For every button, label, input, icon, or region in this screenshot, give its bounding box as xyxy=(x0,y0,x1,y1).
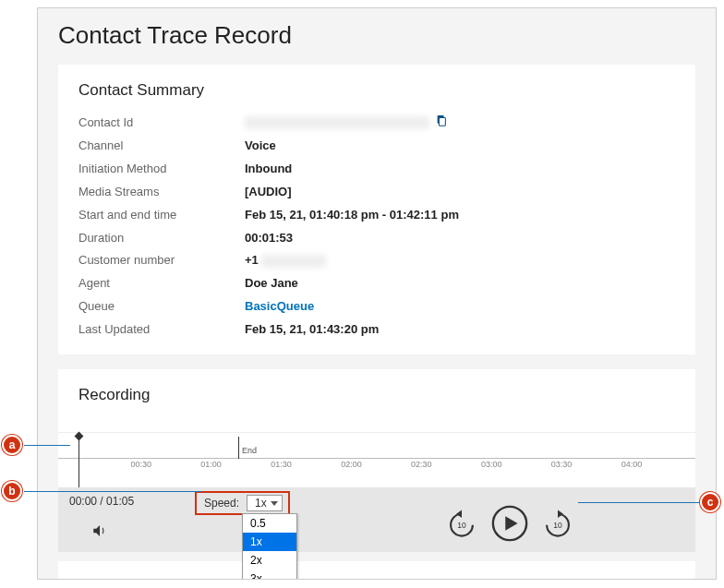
label: Start and end time xyxy=(78,206,245,225)
tick: 00:30 xyxy=(130,460,151,469)
label: Queue xyxy=(78,297,245,317)
contact-summary-card: Contact Summary Contact Id Channel Voice… xyxy=(58,65,695,354)
svg-text:10: 10 xyxy=(553,521,562,530)
speed-option[interactable]: 0.5 xyxy=(243,514,296,533)
value xyxy=(245,114,429,133)
speed-value[interactable]: 1x xyxy=(247,495,283,511)
row-agent: Agent Doe Jane xyxy=(78,272,675,295)
queue-link[interactable]: BasicQueue xyxy=(245,297,314,317)
value: Inbound xyxy=(245,160,292,179)
row-queue: Queue BasicQueue xyxy=(78,295,675,318)
tick: 01:00 xyxy=(200,460,222,469)
end-label: End xyxy=(242,446,257,455)
speed-option[interactable]: 2x xyxy=(243,551,296,570)
row-channel: Channel Voice xyxy=(78,135,675,158)
summary-title: Contact Summary xyxy=(78,81,675,100)
row-media: Media Streams [AUDIO] xyxy=(78,181,675,204)
label: Duration xyxy=(78,229,245,248)
copy-icon[interactable] xyxy=(435,113,448,133)
row-updated: Last Updated Feb 15, 21, 01:43:20 pm xyxy=(78,318,675,342)
row-init-method: Initiation Method Inbound xyxy=(78,158,675,181)
forward-10-button[interactable]: 10 xyxy=(542,508,573,539)
tick: 02:30 xyxy=(411,460,432,469)
label: Initiation Method xyxy=(78,160,245,179)
callout-c: c xyxy=(700,492,720,512)
recording-title: Recording xyxy=(58,386,695,404)
tick: 02:00 xyxy=(341,460,362,469)
value: Feb 15, 21, 01:43:20 pm xyxy=(245,320,379,340)
redacted-num xyxy=(261,255,326,268)
row-contact-id: Contact Id xyxy=(78,111,675,135)
tick: 03:00 xyxy=(481,460,502,469)
label: Media Streams xyxy=(78,183,245,202)
player-bar: 00:00 / 01:05 Speed: 1x 0.5 1x 2x 3x xyxy=(58,487,695,552)
timeline[interactable]: End 00:30 01:00 01:30 02:00 02:30 03:00 … xyxy=(58,432,695,487)
main-panel: Contact Trace Record Contact Summary Con… xyxy=(37,7,717,580)
rewind-10-button[interactable]: 10 xyxy=(446,508,477,539)
value: +1 xyxy=(245,251,326,270)
volume-button[interactable] xyxy=(91,522,108,543)
speed-option-selected[interactable]: 1x xyxy=(243,533,296,551)
speed-label: Speed: xyxy=(204,497,239,510)
svg-text:10: 10 xyxy=(457,521,466,530)
row-time: Start and end time Feb 15, 21, 01:40:18 … xyxy=(78,204,675,227)
value: Feb 15, 21, 01:40:18 pm - 01:42:11 pm xyxy=(245,206,459,225)
label: Channel xyxy=(78,137,245,156)
tick: 03:30 xyxy=(551,460,573,469)
recording-card: Recording End 00:30 01:00 01:30 02:00 02… xyxy=(58,369,695,552)
playhead-icon[interactable] xyxy=(78,436,79,487)
redacted-id xyxy=(245,116,429,129)
page-title: Contact Trace Record xyxy=(58,21,695,50)
callout-b-line xyxy=(24,491,201,492)
label: Agent xyxy=(78,274,245,294)
play-button[interactable] xyxy=(490,504,529,543)
playback-time: 00:00 / 01:05 xyxy=(69,495,134,508)
label: Customer number xyxy=(78,251,245,270)
value: 00:01:53 xyxy=(245,229,293,248)
custnum-prefix: +1 xyxy=(245,253,259,267)
row-custnum: Customer number +1 xyxy=(78,249,675,272)
row-duration: Duration 00:01:53 xyxy=(78,227,675,250)
playback-controls: 10 10 xyxy=(446,504,573,543)
speed-selector[interactable]: Speed: 1x xyxy=(195,491,290,515)
speed-dropdown[interactable]: 0.5 1x 2x 3x xyxy=(242,513,297,580)
callout-b: b xyxy=(2,481,22,501)
value: [AUDIO] xyxy=(245,183,292,202)
label: Last Updated xyxy=(78,320,245,340)
end-marker-icon xyxy=(238,437,239,459)
next-card xyxy=(58,561,695,580)
value: Voice xyxy=(245,137,276,156)
tick: 01:30 xyxy=(271,460,292,469)
timeline-track[interactable] xyxy=(58,433,695,459)
tick: 04:00 xyxy=(621,460,643,469)
svg-rect-1 xyxy=(439,118,445,126)
callout-c-line xyxy=(578,502,700,503)
callout-a-line xyxy=(24,445,70,446)
label: Contact Id xyxy=(78,114,245,133)
callout-a: a xyxy=(2,435,22,455)
speed-option[interactable]: 3x xyxy=(243,570,296,580)
value: Doe Jane xyxy=(245,274,298,294)
